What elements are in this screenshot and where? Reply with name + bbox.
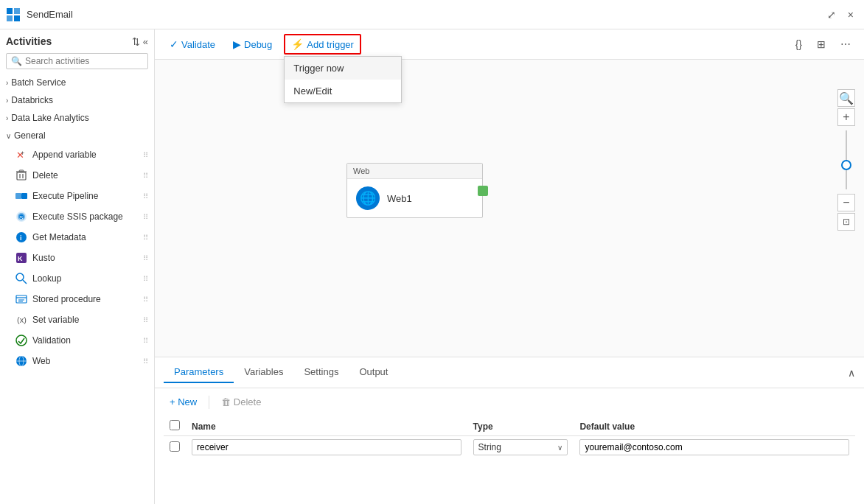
expand-icon[interactable]: ⤢ <box>823 6 840 24</box>
svg-rect-12 <box>21 193 27 199</box>
tab-settings[interactable]: Settings <box>293 362 349 383</box>
svg-rect-0 <box>7 8 13 14</box>
select-all-checkbox[interactable] <box>170 420 180 430</box>
bottom-panel-header: Parameters Variables Settings Output ∧ <box>155 357 864 388</box>
type-select-chevron-icon: ∨ <box>557 444 562 452</box>
svg-text:S: S <box>19 214 23 221</box>
code-view-icon[interactable]: {} <box>791 35 806 53</box>
drag-handle-icon: ⠿ <box>143 295 148 304</box>
info-icon: i <box>15 231 28 244</box>
name-input[interactable] <box>192 439 461 455</box>
app-title: SendEmail <box>27 9 820 20</box>
svg-rect-6 <box>17 172 26 180</box>
web-icon <box>15 354 28 368</box>
sidebar-item-general[interactable]: ∨ General <box>0 127 154 144</box>
parameters-action-bar: + New 🗑 Delete <box>164 394 855 410</box>
sidebar-item-execute-pipeline[interactable]: Execute Pipeline ⠿ <box>0 186 154 206</box>
delete-label: Delete <box>32 170 143 181</box>
sidebar-header-icons: ⇅ « <box>132 36 148 47</box>
validate-label: Validate <box>181 39 215 50</box>
sidebar-item-get-metadata[interactable]: i Get Metadata ⠿ <box>0 227 154 248</box>
filter-icon[interactable]: ⇅ <box>132 36 140 47</box>
sidebar-item-stored-procedure[interactable]: Stored procedure ⠿ <box>0 289 154 309</box>
batch-label: Batch Service <box>11 77 66 88</box>
bottom-panel: Parameters Variables Settings Output ∧ +… <box>155 357 864 504</box>
kusto-label: Kusto <box>32 253 143 263</box>
canvas-area: ✓ Validate ▶ Debug ⚡ Add trigger Trigger… <box>155 29 864 504</box>
sidebar-item-kusto[interactable]: K Kusto ⠿ <box>0 248 154 268</box>
chevron-down-icon: ∨ <box>6 132 11 140</box>
canvas: Web 🌐 Web1 🔍 + − ⊡ <box>155 60 864 357</box>
top-bar-actions: ⤢ × <box>823 6 858 24</box>
name-cell <box>186 436 467 459</box>
type-select[interactable]: String ∨ <box>473 439 568 455</box>
collapse-bottom-panel-icon[interactable]: ∧ <box>848 367 855 379</box>
svg-rect-11 <box>15 193 21 199</box>
sidebar-item-datalake[interactable]: › Data Lake Analytics <box>0 109 154 127</box>
sidebar-item-validation[interactable]: Validation ⠿ <box>0 330 154 351</box>
validate-icon: ✓ <box>170 38 178 50</box>
lookup-icon <box>15 272 28 285</box>
default-value-input[interactable] <box>579 439 849 455</box>
sidebar-title: Activities <box>6 35 52 47</box>
zoom-in-button[interactable]: + <box>837 108 855 126</box>
new-parameter-button[interactable]: + New <box>164 394 203 410</box>
set-variable-label: Set variable <box>32 315 143 325</box>
zoom-out-button[interactable]: − <box>837 194 855 211</box>
more-options-icon[interactable]: ⋯ <box>836 35 855 53</box>
execute-pipeline-icon <box>15 189 28 203</box>
row-checkbox-cell <box>164 436 186 459</box>
debug-button[interactable]: ▶ Debug <box>227 35 278 53</box>
sidebar-item-batch[interactable]: › Batch Service <box>0 74 154 91</box>
sidebar-item-lookup[interactable]: Lookup ⠿ <box>0 268 154 289</box>
parameters-table: Name Type Default value <box>164 417 855 458</box>
drag-handle-icon: ⠿ <box>143 337 148 345</box>
zoom-slider-thumb[interactable] <box>841 160 851 170</box>
fit-view-button[interactable]: ⊡ <box>837 213 855 231</box>
tab-output[interactable]: Output <box>349 362 398 383</box>
trigger-dropdown: Trigger now New/Edit <box>284 56 402 103</box>
databricks-label: Databricks <box>11 95 53 105</box>
search-input[interactable] <box>25 56 143 66</box>
delete-parameter-button[interactable]: 🗑 Delete <box>215 394 267 410</box>
drag-handle-icon: ⠿ <box>143 213 148 221</box>
add-trigger-button[interactable]: ⚡ Add trigger <box>284 34 361 55</box>
row-checkbox[interactable] <box>170 441 180 452</box>
tab-parameters[interactable]: Parameters <box>164 362 234 383</box>
lookup-label: Lookup <box>32 273 143 284</box>
web-node-connector[interactable] <box>478 186 488 196</box>
append-variable-label: Append variable <box>32 150 143 160</box>
new-edit-item[interactable]: New/Edit <box>285 80 401 102</box>
web-node[interactable]: Web 🌐 Web1 <box>346 163 483 218</box>
select-all-header <box>164 417 186 436</box>
grid-view-icon[interactable]: ⊞ <box>812 35 830 53</box>
sidebar-item-set-variable[interactable]: (x) Set variable ⠿ <box>0 309 154 330</box>
sidebar-item-databricks[interactable]: › Databricks <box>0 91 154 109</box>
datalake-label: Data Lake Analytics <box>11 113 88 123</box>
trigger-now-item[interactable]: Trigger now <box>285 57 401 80</box>
validate-button[interactable]: ✓ Validate <box>164 35 221 53</box>
sidebar-item-delete[interactable]: Delete ⠿ <box>0 165 154 186</box>
search-icon: 🔍 <box>11 56 22 66</box>
chevron-right-icon: › <box>6 79 8 87</box>
sidebar-item-web[interactable]: Web ⠿ <box>0 351 154 371</box>
sidebar-item-execute-ssis[interactable]: S Execute SSIS package ⠿ <box>0 206 154 227</box>
zoom-slider-track <box>846 130 847 189</box>
drag-handle-icon: ⠿ <box>143 357 148 365</box>
sidebar-item-append-variable[interactable]: ✕+ Append variable ⠿ <box>0 144 154 165</box>
collapse-sidebar-icon[interactable]: « <box>143 36 148 47</box>
tab-variables[interactable]: Variables <box>234 362 293 383</box>
sidebar-list: › Batch Service › Databricks › Data Lake… <box>0 74 154 504</box>
drag-handle-icon: ⠿ <box>143 316 148 324</box>
type-select-label: String <box>478 442 558 452</box>
drag-handle-icon: ⠿ <box>143 234 148 242</box>
close-button[interactable]: × <box>843 6 858 24</box>
search-canvas-icon[interactable]: 🔍 <box>837 89 855 107</box>
zoom-controls: 🔍 + − ⊡ <box>837 89 855 231</box>
svg-rect-2 <box>7 15 13 21</box>
sidebar: Activities ⇅ « 🔍 › Batch Service › Datab… <box>0 29 155 504</box>
drag-handle-icon: ⠿ <box>143 254 148 262</box>
bottom-panel-content: + New 🗑 Delete Name Type Default value <box>155 388 864 504</box>
validation-label: Validation <box>32 335 143 346</box>
add-trigger-container: ⚡ Add trigger Trigger now New/Edit <box>284 34 361 55</box>
